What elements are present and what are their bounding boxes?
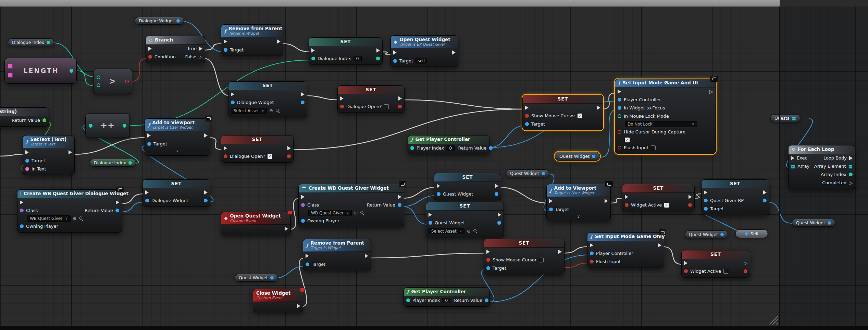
- data-pin[interactable]: [489, 146, 493, 150]
- data-pin[interactable]: [410, 146, 414, 150]
- data-pin[interactable]: [429, 221, 432, 225]
- data-pin[interactable]: [301, 203, 305, 207]
- data-pin[interactable]: [618, 130, 621, 134]
- exec-pin[interactable]: [116, 200, 119, 204]
- exec-pin[interactable]: [301, 195, 305, 199]
- data-pin[interactable]: [224, 48, 227, 52]
- exec-pin[interactable]: [429, 213, 432, 217]
- data-pin[interactable]: [270, 276, 274, 280]
- exec-pin[interactable]: [625, 195, 628, 199]
- exec-pin[interactable]: [147, 133, 151, 138]
- exec-pin[interactable]: [498, 213, 501, 217]
- node-remove-from-parent-2[interactable]: ƒRemove from ParentTarget is WidgetTarge…: [303, 239, 371, 270]
- data-pin[interactable]: [688, 203, 692, 207]
- data-pin[interactable]: [204, 199, 208, 202]
- node-set-dialogue-widget-2[interactable]: SETDialogue Widget: [142, 179, 210, 207]
- expand-chevron-icon[interactable]: ∨: [176, 149, 179, 153]
- exec-pin[interactable]: [684, 261, 687, 265]
- exec-pin[interactable]: [224, 146, 227, 150]
- exec-pin[interactable]: ▷: [199, 55, 202, 59]
- exec-pin[interactable]: [597, 106, 600, 110]
- exec-pin[interactable]: [224, 39, 227, 44]
- data-pin[interactable]: [20, 209, 24, 212]
- pill-quests-array[interactable]: Quests▦: [770, 114, 800, 122]
- data-pin[interactable]: [376, 57, 380, 60]
- node-for-each-loop[interactable]: ↻For Each LoopExecLoop Body▦ArrayArray E…: [788, 145, 855, 189]
- exec-pin[interactable]: [204, 133, 208, 138]
- data-pin[interactable]: [542, 172, 545, 175]
- exec-pin[interactable]: [69, 150, 72, 154]
- data-pin[interactable]: [486, 266, 490, 270]
- exec-pin[interactable]: [549, 199, 553, 203]
- search-icon[interactable]: [275, 108, 280, 113]
- data-pin[interactable]: [147, 142, 151, 146]
- checkbox[interactable]: [651, 145, 656, 150]
- node-set-dialogue-widget-1[interactable]: SETDialogue WidgetSelect Asset∨⊕: [228, 81, 307, 117]
- data-pin[interactable]: [497, 221, 501, 225]
- data-pin[interactable]: [97, 75, 100, 79]
- data-pin[interactable]: [437, 192, 441, 196]
- data-pin[interactable]: [485, 298, 488, 302]
- data-pin[interactable]: [89, 124, 92, 128]
- exec-pin[interactable]: [231, 92, 234, 96]
- data-pin[interactable]: [148, 55, 152, 59]
- data-pin[interactable]: [311, 57, 315, 60]
- data-pin[interactable]: [224, 154, 227, 158]
- data-pin[interactable]: [25, 167, 29, 171]
- exec-pin[interactable]: [398, 96, 402, 101]
- exec-pin[interactable]: [287, 146, 291, 150]
- exec-pin[interactable]: [311, 48, 315, 52]
- node-open-quest-widget-call[interactable]: ◆Open Quest WidgetTarget is BP Quest Giv…: [390, 35, 458, 67]
- dropdown[interactable]: WB Quest Giver∨: [27, 215, 71, 222]
- exec-pin[interactable]: [301, 92, 305, 96]
- node-create-quest-widget[interactable]: Create WB Quest Giver WidgetClassReturn …: [298, 184, 404, 227]
- data-pin[interactable]: [42, 118, 46, 122]
- exec-pin[interactable]: [763, 190, 767, 195]
- node-set-input-mode-game-only[interactable]: ƒSet Input Mode Game OnlyPlayer Controll…: [587, 232, 664, 268]
- exec-pin[interactable]: [452, 50, 456, 55]
- exec-pin[interactable]: [495, 184, 498, 188]
- data-pin[interactable]: [398, 105, 402, 108]
- checkbox[interactable]: [539, 258, 544, 262]
- op-increment[interactable]: ++: [85, 113, 130, 138]
- node-get-player-controller-2[interactable]: ƒGet Player ControllerPlayer Index0Retur…: [404, 287, 490, 307]
- add-pin-icon[interactable]: ⊕: [73, 216, 77, 221]
- node-set-show-mouse-cursor-1[interactable]: SETShow Mouse Cursor✓Target: [522, 95, 603, 130]
- exec-pin[interactable]: [849, 156, 853, 160]
- data-pin[interactable]: [525, 122, 529, 126]
- data-pin[interactable]: [301, 101, 305, 104]
- exec-pin[interactable]: ▷: [709, 89, 713, 94]
- exec-pin[interactable]: [145, 190, 149, 195]
- data-pin[interactable]: [123, 124, 126, 128]
- graph-canvas[interactable]: Dialogue IndexDialogue WidgetLENGTH>◇Bra…: [0, 0, 868, 330]
- add-pin-icon[interactable]: ⊕: [269, 108, 273, 113]
- data-pin[interactable]: [176, 19, 180, 23]
- data-pin[interactable]: [231, 101, 235, 104]
- exec-pin[interactable]: [618, 90, 621, 94]
- secondary-window-titlebar[interactable]: [780, 0, 868, 7]
- data-pin[interactable]: [97, 83, 100, 87]
- data-pin[interactable]: [70, 69, 73, 73]
- node-close-widget-event[interactable]: Close WidgetCustom Event: [253, 289, 303, 312]
- pill-self[interactable]: Self: [735, 229, 768, 238]
- data-pin[interactable]: [47, 41, 50, 44]
- array-pin-icon[interactable]: ▦: [791, 164, 795, 168]
- data-pin[interactable]: [618, 106, 621, 110]
- data-pin[interactable]: [393, 59, 397, 63]
- exec-pin[interactable]: [590, 243, 593, 247]
- data-pin[interactable]: [618, 114, 621, 118]
- checkbox[interactable]: [384, 104, 389, 109]
- exec-pin[interactable]: [376, 48, 380, 52]
- data-pin[interactable]: [25, 159, 29, 163]
- node-set-widget-active-2[interactable]: SET▷Widget Active: [681, 250, 750, 278]
- data-pin[interactable]: [8, 64, 13, 69]
- search-icon[interactable]: [473, 229, 478, 233]
- exec-pin[interactable]: [605, 199, 608, 203]
- node-set-quest-widget-1[interactable]: SETQuest Widget: [434, 173, 501, 200]
- data-pin[interactable]: [125, 80, 129, 83]
- exec-pin[interactable]: [340, 96, 344, 101]
- exec-pin[interactable]: [365, 254, 368, 258]
- exec-pin[interactable]: [393, 50, 397, 55]
- op-length[interactable]: LENGTH: [4, 58, 77, 84]
- search-icon[interactable]: [360, 211, 364, 215]
